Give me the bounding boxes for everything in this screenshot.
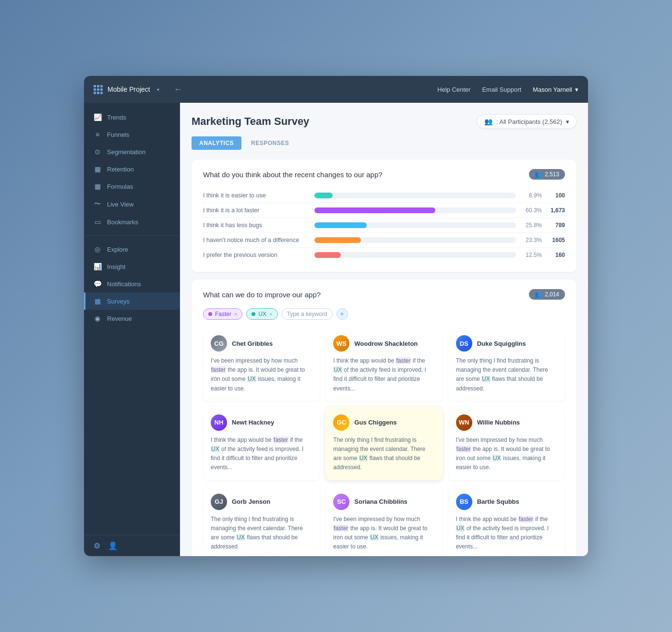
email-support-link[interactable]: Email Support bbox=[482, 86, 521, 93]
response-card: SC Soriana Chibblins I've been impressed… bbox=[325, 486, 442, 557]
option-label: I think it is easier to use bbox=[203, 192, 309, 199]
avatar: NH bbox=[211, 414, 227, 431]
tab-analytics[interactable]: ANALYTICS bbox=[192, 136, 241, 150]
question1-count-icon: 👥 bbox=[535, 171, 542, 178]
segmentation-icon: ⊙ bbox=[94, 148, 101, 156]
avatar: GC bbox=[333, 414, 349, 431]
response-card-header: WN Willie Nubbins bbox=[456, 414, 557, 431]
tag-faster[interactable]: Faster × bbox=[203, 308, 242, 320]
participants-icon: 👥 bbox=[484, 118, 492, 125]
participants-badge[interactable]: 👥 : All Participants (2,562) ▾ bbox=[477, 114, 576, 129]
response-card-header: NH Newt Hackney bbox=[211, 414, 312, 431]
explore-icon: ◎ bbox=[94, 245, 101, 253]
response-text: I think the app would be faster if the U… bbox=[211, 436, 312, 473]
tag-ux[interactable]: UX × bbox=[246, 308, 277, 320]
funnels-icon: ≡ bbox=[94, 131, 101, 138]
bar-percent: 12.5% bbox=[522, 252, 542, 258]
sidebar-item-bookmarks[interactable]: ▭ Bookmarks bbox=[84, 213, 180, 231]
topbar: Mobile Project ▾ ← Help Center Email Sup… bbox=[84, 76, 588, 103]
bar-container bbox=[314, 222, 516, 228]
keyword-placeholder: Type a keyword bbox=[287, 311, 327, 317]
highlight-ux: UX bbox=[481, 376, 491, 382]
tag-faster-remove[interactable]: × bbox=[234, 311, 237, 317]
response-text: I've been impressed by how much faster t… bbox=[211, 356, 312, 393]
bar-container bbox=[314, 252, 516, 258]
sidebar-item-explore[interactable]: ◎ Explore bbox=[84, 241, 180, 258]
option-label: I haven't notice much of a difference bbox=[203, 237, 309, 243]
question1-card: What do you think about the recent chang… bbox=[192, 159, 576, 272]
project-name[interactable]: Mobile Project bbox=[108, 85, 150, 93]
avatar: SC bbox=[333, 494, 349, 510]
page-title: Marketing Team Survey bbox=[192, 115, 309, 128]
sidebar-item-notifications[interactable]: 💬 Notifications bbox=[84, 275, 180, 292]
sidebar-divider bbox=[84, 235, 180, 236]
sidebar-label-bookmarks: Bookmarks bbox=[107, 219, 138, 226]
grid-icon[interactable] bbox=[94, 85, 103, 94]
response-text: The only thing I find frustrating is man… bbox=[211, 515, 312, 552]
page-header: Marketing Team Survey 👥 : All Participan… bbox=[192, 114, 576, 129]
sidebar-item-formulas[interactable]: ▦ Formulas bbox=[84, 178, 180, 195]
highlight-faster: faster bbox=[211, 366, 226, 373]
sidebar-item-funnels[interactable]: ≡ Funnels bbox=[84, 126, 180, 143]
sidebar-bottom: ⚙ 👤 bbox=[84, 535, 180, 556]
sidebar-label-surveys: Surveys bbox=[107, 298, 130, 305]
highlight-faster: faster bbox=[518, 516, 534, 523]
tag-ux-remove[interactable]: × bbox=[269, 311, 272, 317]
bar-percent: 60.3% bbox=[522, 207, 542, 214]
response-card-header: WS Woodrow Shackleton bbox=[333, 335, 434, 352]
tags-row: Faster × UX × Type a keyword + bbox=[203, 308, 565, 320]
tag-keyword-input[interactable]: Type a keyword bbox=[282, 308, 333, 320]
response-card: GC Gus Chiggens The only thing I find fr… bbox=[325, 407, 442, 480]
sidebar-item-live-view[interactable]: 〜 Live View bbox=[84, 195, 180, 213]
sidebar-item-insight[interactable]: 📊 Insight bbox=[84, 258, 180, 275]
sidebar-label-retention: Retention bbox=[107, 166, 134, 173]
help-center-link[interactable]: Help Center bbox=[437, 86, 470, 93]
user-add-icon[interactable]: 👤 bbox=[108, 541, 118, 550]
response-name: Soriana Chibblins bbox=[354, 498, 408, 505]
avatar: BS bbox=[456, 494, 472, 510]
sidebar-item-segmentation[interactable]: ⊙ Segmentation bbox=[84, 143, 180, 160]
question1-header: What do you think about the recent chang… bbox=[203, 169, 565, 180]
response-text: The only thing I find frustrating is man… bbox=[333, 436, 434, 473]
question1-options: I think it is easier to use 8.9% 100 I t… bbox=[203, 188, 565, 262]
response-name: Bartle Squbbs bbox=[477, 498, 519, 505]
highlight-ux: UX bbox=[247, 376, 256, 382]
avatar: WS bbox=[333, 335, 349, 352]
tag-add-button[interactable]: + bbox=[336, 308, 348, 320]
bar-percent: 25.8% bbox=[522, 222, 542, 229]
back-button[interactable]: ← bbox=[174, 85, 182, 95]
surveys-icon: ▦ bbox=[94, 297, 101, 305]
bar-fill bbox=[314, 222, 367, 228]
question2-title: What can we do to improve our app? bbox=[203, 291, 321, 299]
tabs-row: ANALYTICS RESPONSES bbox=[192, 136, 576, 150]
trends-icon: 📈 bbox=[94, 113, 101, 121]
sidebar-item-retention[interactable]: ▦ Retention bbox=[84, 160, 180, 178]
formulas-icon: ▦ bbox=[94, 182, 101, 190]
user-menu[interactable]: Mason Yarnell ▾ bbox=[533, 86, 578, 93]
user-chevron-icon: ▾ bbox=[575, 86, 578, 93]
live-view-icon: 〜 bbox=[94, 200, 101, 208]
sidebar-item-surveys[interactable]: ▦ Surveys bbox=[84, 292, 180, 310]
response-card-header: GJ Gorb Jenson bbox=[211, 494, 312, 510]
revenue-icon: ◉ bbox=[94, 315, 101, 322]
bar-container bbox=[314, 207, 516, 213]
chevron-down-icon[interactable]: ▾ bbox=[157, 87, 159, 92]
bookmarks-icon: ▭ bbox=[94, 218, 101, 226]
response-card-header: CG Chet Gribbles bbox=[211, 335, 312, 352]
response-text: The only thing I find frustrating is man… bbox=[456, 356, 557, 393]
highlight-faster: faster bbox=[396, 357, 411, 364]
sidebar-item-trends[interactable]: 📈 Trends bbox=[84, 109, 180, 126]
survey-option: I think it is a lot faster 60.3% 1,673 bbox=[203, 203, 565, 218]
settings-icon[interactable]: ⚙ bbox=[94, 541, 100, 550]
participants-chevron-icon: ▾ bbox=[566, 118, 569, 125]
tab-responses[interactable]: RESPONSES bbox=[243, 136, 297, 150]
tag-faster-dot bbox=[208, 312, 212, 316]
highlight-faster: faster bbox=[333, 525, 348, 532]
user-name: Mason Yarnell bbox=[533, 86, 572, 93]
sidebar-label-formulas: Formulas bbox=[107, 183, 133, 190]
sidebar-item-revenue[interactable]: ◉ Revenue bbox=[84, 310, 180, 327]
bar-fill bbox=[314, 252, 341, 258]
response-card: WS Woodrow Shackleton I think the app wo… bbox=[325, 328, 442, 401]
response-card-header: BS Bartle Squbbs bbox=[456, 494, 557, 510]
option-label: I prefer the previous version bbox=[203, 252, 309, 258]
